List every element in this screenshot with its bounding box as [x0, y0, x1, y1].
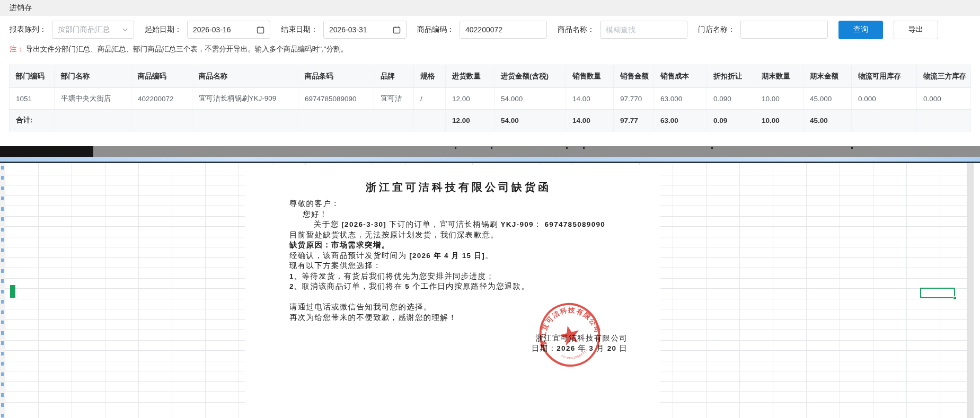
- table-cell: 宜可洁长柄锅刷YKJ-909: [192, 88, 298, 110]
- letter-page: 浙江宜可洁科技有限公司缺货函 尊敬的客户：您好！关于您 [2026-3-30] …: [245, 165, 660, 418]
- letter-title: 浙江宜可洁科技有限公司缺货函: [289, 181, 628, 194]
- total-cell: [131, 110, 192, 131]
- page-title: 进销存: [10, 3, 32, 13]
- titlebar: 进销存: [0, 0, 980, 16]
- report-type-select[interactable]: 按部门商品汇总: [52, 21, 134, 39]
- column-header: 品牌: [374, 65, 414, 88]
- table-cell: 10.00: [755, 88, 803, 110]
- table-cell: 0.090: [707, 88, 755, 110]
- total-cell: [55, 110, 131, 131]
- table-cell: 45.000: [803, 88, 851, 110]
- letter-line: 经确认，该商品预计发货时间为 [2026 年 4 月 15 日]。: [289, 251, 628, 261]
- total-cell: [374, 110, 414, 131]
- store-name-label: 门店名称：: [698, 25, 735, 34]
- scrollbar-thumb[interactable]: [0, 146, 93, 157]
- total-cell: 12.00: [445, 110, 494, 131]
- report-type-value: 按部门商品汇总: [58, 25, 110, 34]
- stamp-star-icon: [558, 323, 582, 346]
- filter-toolbar: 报表陈列： 按部门商品汇总 起始日期： 2026-03-16 结束日期： 202…: [0, 16, 980, 43]
- table-cell: 6974785089090: [298, 88, 374, 110]
- excel-header-strip: [0, 157, 980, 162]
- letter-line: 现有以下方案供您选择：: [289, 261, 628, 271]
- note-text: 导出文件分部门汇总、商品汇总、部门商品汇总三个表，不需分开导出。输入多个商品编码…: [26, 45, 348, 53]
- start-date-label: 起始日期：: [145, 25, 182, 34]
- column-header: 进货金额(含税): [494, 65, 566, 88]
- column-header: 期末数量: [755, 65, 803, 88]
- start-date-input[interactable]: 2026-03-16: [187, 21, 270, 39]
- selected-cell[interactable]: [920, 288, 955, 298]
- start-date-value: 2026-03-16: [193, 25, 231, 34]
- total-cell: 0.09: [707, 110, 755, 131]
- total-cell: 54.00: [494, 110, 566, 131]
- total-cell: [413, 110, 445, 131]
- column-header: 期末金额: [803, 65, 851, 88]
- column-header: 规格: [413, 65, 445, 88]
- column-header: 物流可用库存: [851, 65, 916, 88]
- product-code-label: 商品编码：: [417, 25, 454, 34]
- total-cell: [298, 110, 374, 131]
- total-cell: [851, 110, 916, 131]
- total-cell: 14.00: [566, 110, 613, 131]
- table-row[interactable]: 1051平塘中央大街店402200072宜可洁长柄锅刷YKJ-909697478…: [10, 88, 971, 110]
- letter-line: 2、取消该商品订单，我们将在 5 个工作日内按原路径为您退款。: [289, 281, 628, 292]
- app-window: 进销存 报表陈列： 按部门商品汇总 起始日期： 2026-03-16 结束日期：…: [0, 0, 980, 418]
- table-cell: 14.00: [566, 88, 613, 110]
- table-cell: 0.000: [851, 88, 916, 110]
- table-cell: 63.000: [654, 88, 707, 110]
- calendar-icon: [257, 26, 264, 34]
- excel-row-headers: [0, 163, 5, 418]
- total-cell: 合计:: [10, 110, 55, 131]
- letter-line: 目前暂处缺货状态，无法按原计划发货，我们深表歉意。: [289, 230, 628, 241]
- cell-fill-handle[interactable]: [953, 296, 957, 300]
- letter-line: 您好！: [289, 209, 628, 220]
- column-header: 进货数量: [445, 65, 494, 88]
- total-cell: 45.00: [803, 110, 851, 131]
- table-cell: 0.000: [916, 88, 970, 110]
- table-cell: 12.00: [445, 88, 494, 110]
- total-cell: 10.00: [755, 110, 803, 131]
- report-table: 部门编码部门名称商品编码商品名称商品条码品牌规格进货数量进货金额(含税)销售数量…: [9, 65, 971, 131]
- note-prefix: 注：: [10, 45, 24, 53]
- export-button[interactable]: 导出: [894, 21, 938, 39]
- query-button[interactable]: 查询: [838, 21, 883, 39]
- vertical-scrollbar[interactable]: [967, 163, 974, 418]
- total-cell: [192, 110, 298, 131]
- table-cell: /: [413, 88, 445, 110]
- stamp-serial: 33100310069317: [560, 348, 589, 362]
- letter-line: 1、等待发货，有货后我们将优先为您安排并同步进度；: [289, 271, 628, 282]
- svg-text:33100310069317: 33100310069317: [560, 348, 589, 362]
- end-date-input[interactable]: 2026-03-31: [323, 21, 407, 39]
- total-cell: 97.77: [613, 110, 654, 131]
- end-date-field: 结束日期： 2026-03-31: [281, 21, 407, 39]
- table-header-row: 部门编码部门名称商品编码商品名称商品条码品牌规格进货数量进货金额(含税)销售数量…: [10, 65, 971, 88]
- table-cell: 54.000: [494, 88, 566, 110]
- letter-line: 关于您 [2026-3-30] 下订的订单，宜可洁长柄锅刷 YKJ-909： 6…: [289, 219, 628, 230]
- column-header: 物流三方库存: [916, 65, 970, 88]
- product-name-label: 商品名称：: [558, 25, 595, 34]
- product-code-input[interactable]: [460, 21, 547, 39]
- end-date-label: 结束日期：: [281, 25, 318, 34]
- table-cell: 402200072: [131, 88, 192, 110]
- letter-line: 缺货原因：市场需求突增。: [289, 240, 628, 251]
- report-type-field: 报表陈列： 按部门商品汇总: [10, 21, 134, 39]
- letter-line: 尊敬的客户：: [289, 199, 628, 209]
- store-name-field: 门店名称：: [698, 21, 828, 39]
- note: 注： 导出文件分部门汇总、商品汇总、部门商品汇总三个表，不需分开导出。输入多个商…: [0, 43, 980, 59]
- column-header: 部门编码: [10, 65, 55, 88]
- table-cell: 97.770: [613, 88, 654, 110]
- horizontal-scrollbar[interactable]: [0, 146, 980, 157]
- store-name-input[interactable]: [740, 21, 828, 39]
- product-name-input[interactable]: [600, 21, 687, 39]
- product-code-field: 商品编码：: [417, 21, 547, 39]
- column-header: 部门名称: [55, 65, 131, 88]
- spreadsheet-preview: 浙江宜可洁科技有限公司缺货函 尊敬的客户：您好！关于您 [2026-3-30] …: [0, 146, 980, 418]
- column-header: 商品条码: [298, 65, 374, 88]
- table-total-row: 合计:12.0054.0014.0097.7763.000.0910.0045.…: [10, 110, 971, 131]
- grid-right-margin: [974, 163, 980, 418]
- column-header: 商品名称: [192, 65, 298, 88]
- total-cell: 63.00: [654, 110, 707, 131]
- end-date-value: 2026-03-31: [329, 25, 367, 34]
- column-header: 销售数量: [566, 65, 613, 88]
- table-cell: 1051: [10, 88, 55, 110]
- column-header: 销售金额: [613, 65, 654, 88]
